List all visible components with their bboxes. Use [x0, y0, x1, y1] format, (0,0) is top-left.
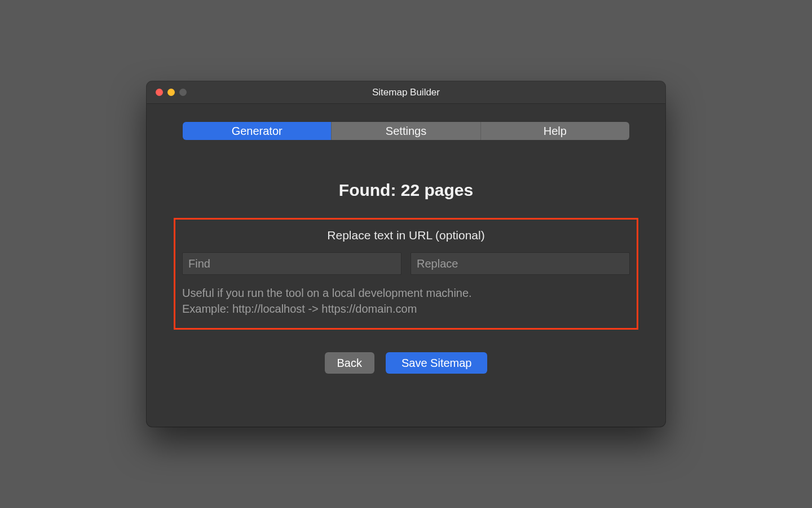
traffic-lights: [156, 89, 187, 96]
tab-help[interactable]: Help: [481, 122, 629, 140]
close-icon[interactable]: [156, 89, 163, 96]
replace-input[interactable]: [411, 252, 630, 275]
find-input[interactable]: [182, 252, 401, 275]
replace-url-section: Replace text in URL (optional) Useful if…: [174, 218, 638, 330]
window-title: Sitemap Builder: [147, 87, 665, 98]
back-button[interactable]: Back: [325, 352, 374, 374]
tab-generator[interactable]: Generator: [183, 122, 332, 140]
help-line-1: Useful if you run the tool on a local de…: [182, 285, 630, 301]
minimize-icon[interactable]: [167, 89, 175, 96]
app-window: Sitemap Builder Generator Settings Help …: [147, 81, 665, 427]
maximize-icon: [179, 89, 187, 96]
window-content: Generator Settings Help Found: 22 pages …: [147, 104, 665, 427]
titlebar: Sitemap Builder: [147, 81, 665, 104]
save-sitemap-button[interactable]: Save Sitemap: [386, 352, 488, 374]
action-buttons: Back Save Sitemap: [325, 352, 488, 374]
replace-inputs-row: [182, 252, 630, 275]
found-pages-label: Found: 22 pages: [339, 181, 473, 200]
replace-help-text: Useful if you run the tool on a local de…: [182, 285, 630, 317]
help-line-2: Example: http://localhost -> https://dom…: [182, 301, 630, 317]
tab-bar: Generator Settings Help: [183, 122, 629, 140]
replace-section-heading: Replace text in URL (optional): [327, 229, 484, 242]
tab-settings[interactable]: Settings: [332, 122, 480, 140]
